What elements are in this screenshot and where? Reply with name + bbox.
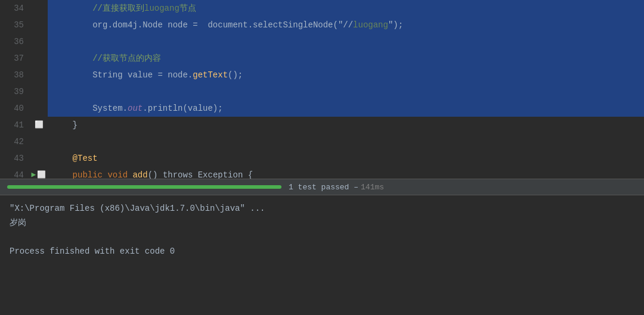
line-content: }: [48, 117, 644, 133]
code-segment: luogang: [353, 20, 388, 30]
line-content: //直接获取到luogang节点: [48, 0, 644, 17]
code-segment: luogang: [144, 4, 179, 13]
console-line: Process finished with exit code 0: [10, 244, 634, 258]
line-content: public void add() throws Exception {: [48, 167, 644, 179]
line-number: 40: [0, 100, 30, 117]
code-segment: ();: [228, 70, 243, 80]
code-line: 42: [0, 133, 644, 150]
line-content: org.dom4j.Node node = document.selectSin…: [48, 17, 644, 33]
code-line: 34 //直接获取到luogang节点: [0, 0, 644, 17]
code-line: 39: [0, 83, 644, 100]
code-segment: @Test: [73, 154, 98, 163]
line-number: 43: [0, 150, 30, 167]
run-icon[interactable]: ▶: [32, 167, 36, 179]
code-line: 35 org.dom4j.Node node = document.select…: [0, 17, 644, 33]
line-content: [48, 83, 644, 100]
code-lines: 34 //直接获取到luogang节点35 org.dom4j.Node nod…: [0, 0, 644, 179]
console-line: [10, 230, 634, 244]
line-gutter: ▶⬜: [30, 167, 48, 179]
code-line: 37 //获取节点的内容: [0, 50, 644, 67]
line-gutter: [30, 50, 48, 67]
line-gutter: [30, 67, 48, 83]
line-gutter: [30, 17, 48, 33]
code-segment: //获取节点的内容: [52, 54, 161, 63]
code-segment: ");: [388, 20, 403, 30]
line-gutter: [30, 33, 48, 50]
code-line: 43 @Test: [0, 150, 644, 167]
line-number: 38: [0, 67, 30, 83]
line-gutter: [30, 150, 48, 167]
line-content: [48, 33, 644, 50]
console-line: 岁岗: [10, 216, 634, 230]
code-segment: //直接获取到: [52, 4, 144, 13]
code-segment: }: [52, 120, 78, 130]
line-gutter: [30, 83, 48, 100]
progress-label: 1 test passed –: [289, 183, 358, 192]
line-number: 41: [0, 117, 30, 133]
line-number: 42: [0, 133, 30, 150]
code-segment: [52, 170, 73, 179]
bookmark-icon: ⬜: [35, 117, 44, 133]
line-content: String value = node.getText();: [48, 67, 644, 83]
line-gutter: [30, 0, 48, 17]
code-segment: 节点: [179, 4, 196, 13]
code-segment: [52, 154, 73, 163]
code-segment: (): [148, 170, 163, 179]
code-segment: public: [73, 170, 103, 179]
line-number: 34: [0, 0, 30, 17]
code-segment: void: [107, 170, 128, 179]
code-segment: org.dom4j.Node node =: [52, 20, 203, 30]
line-content: //获取节点的内容: [48, 50, 644, 67]
progress-time: 141ms: [361, 183, 384, 192]
code-segment: String value = node.: [52, 70, 193, 80]
progress-bar-area: 1 test passed – 141ms: [0, 179, 644, 195]
progress-bar-fill: [7, 185, 281, 189]
line-content: System.out.println(value);: [48, 100, 644, 117]
code-line: 40 System.out.println(value);: [0, 100, 644, 117]
code-segment: Exception {: [193, 170, 253, 179]
code-segment: .println(value);: [143, 104, 222, 113]
line-number: 37: [0, 50, 30, 67]
code-segment: add: [132, 170, 147, 179]
code-segment: throws: [163, 170, 193, 179]
line-content: [48, 133, 644, 150]
code-segment: document.selectSingleNode("//: [203, 20, 353, 30]
code-line: 41⬜ }: [0, 117, 644, 133]
line-gutter: [30, 100, 48, 117]
line-gutter: [30, 133, 48, 150]
line-gutter: ⬜: [30, 117, 48, 133]
line-number: 39: [0, 83, 30, 100]
line-number: 36: [0, 33, 30, 50]
code-segment: System.: [52, 104, 128, 113]
console-line: "X:\Program Files (x86)\Java\jdk1.7.0\bi…: [10, 201, 634, 216]
code-segment: out: [128, 104, 143, 113]
code-line: 44▶⬜ public void add() throws Exception …: [0, 167, 644, 179]
bookmark-icon: ⬜: [37, 167, 46, 179]
line-content: @Test: [48, 150, 644, 167]
line-number: 35: [0, 17, 30, 33]
console-area: "X:\Program Files (x86)\Java\jdk1.7.0\bi…: [0, 195, 644, 264]
code-line: 38 String value = node.getText();: [0, 67, 644, 83]
code-segment: getText: [193, 70, 228, 80]
code-line: 36: [0, 33, 644, 50]
editor-area: 34 //直接获取到luogang节点35 org.dom4j.Node nod…: [0, 0, 644, 179]
progress-wrapper: 1 test passed – 141ms: [0, 183, 644, 192]
line-number: 44: [0, 167, 30, 179]
